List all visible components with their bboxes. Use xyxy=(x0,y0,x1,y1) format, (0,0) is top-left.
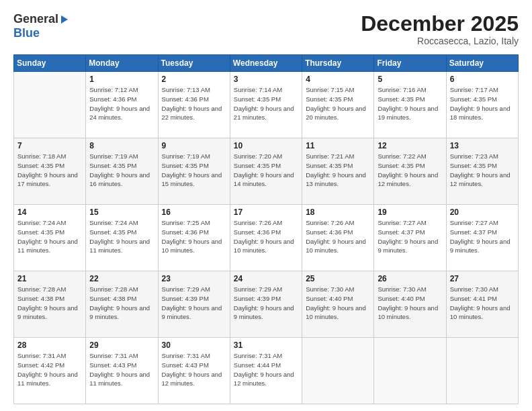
day-info: Sunrise: 7:20 AMSunset: 4:35 PMDaylight:… xyxy=(234,152,298,189)
day-info: Sunrise: 7:26 AMSunset: 4:36 PMDaylight:… xyxy=(306,218,370,255)
day-number: 25 xyxy=(306,274,370,283)
day-info: Sunrise: 7:31 AMSunset: 4:42 PMDaylight:… xyxy=(17,351,82,388)
day-number: 16 xyxy=(162,208,226,217)
day-number: 28 xyxy=(17,340,82,350)
week-row-4: 21Sunrise: 7:28 AMSunset: 4:38 PMDayligh… xyxy=(14,271,519,338)
day-number: 30 xyxy=(162,340,226,350)
page: General Blue December 2025 Roccasecca, L… xyxy=(0,0,532,411)
day-info: Sunrise: 7:28 AMSunset: 4:38 PMDaylight:… xyxy=(17,285,82,322)
day-number: 11 xyxy=(306,141,370,150)
day-info: Sunrise: 7:24 AMSunset: 4:35 PMDaylight:… xyxy=(17,218,82,255)
day-info: Sunrise: 7:19 AMSunset: 4:35 PMDaylight:… xyxy=(162,152,226,189)
day-number: 2 xyxy=(162,75,226,84)
week-row-1: 1Sunrise: 7:12 AMSunset: 4:36 PMDaylight… xyxy=(14,72,519,138)
logo-blue-text: Blue xyxy=(13,26,40,40)
day-info: Sunrise: 7:27 AMSunset: 4:37 PMDaylight:… xyxy=(450,218,515,255)
calendar-cell: 31Sunrise: 7:31 AMSunset: 4:44 PMDayligh… xyxy=(230,338,302,404)
day-number: 26 xyxy=(378,274,442,283)
day-info: Sunrise: 7:22 AMSunset: 4:35 PMDaylight:… xyxy=(378,152,442,189)
header-row: Sunday Monday Tuesday Wednesday Thursday… xyxy=(14,55,519,72)
calendar-cell: 15Sunrise: 7:24 AMSunset: 4:35 PMDayligh… xyxy=(86,205,158,271)
day-number: 3 xyxy=(234,75,298,84)
calendar-cell xyxy=(374,338,446,404)
calendar-table: Sunday Monday Tuesday Wednesday Thursday… xyxy=(13,54,519,404)
calendar-cell: 11Sunrise: 7:21 AMSunset: 4:35 PMDayligh… xyxy=(302,138,374,205)
day-number: 17 xyxy=(234,208,298,217)
day-number: 19 xyxy=(378,208,442,217)
logo-triangle-icon xyxy=(61,15,68,24)
calendar-cell: 23Sunrise: 7:29 AMSunset: 4:39 PMDayligh… xyxy=(158,271,230,338)
day-info: Sunrise: 7:26 AMSunset: 4:36 PMDaylight:… xyxy=(234,218,298,255)
calendar-cell: 7Sunrise: 7:18 AMSunset: 4:35 PMDaylight… xyxy=(14,138,86,205)
col-monday: Monday xyxy=(86,55,158,72)
calendar-cell xyxy=(446,338,518,404)
calendar-cell: 28Sunrise: 7:31 AMSunset: 4:42 PMDayligh… xyxy=(14,338,86,404)
title-block: December 2025 Roccasecca, Lazio, Italy xyxy=(361,12,519,46)
calendar-cell: 14Sunrise: 7:24 AMSunset: 4:35 PMDayligh… xyxy=(14,205,86,271)
calendar-cell xyxy=(14,72,86,138)
day-info: Sunrise: 7:31 AMSunset: 4:43 PMDaylight:… xyxy=(162,351,226,388)
calendar-cell: 13Sunrise: 7:23 AMSunset: 4:35 PMDayligh… xyxy=(446,138,518,205)
calendar-cell: 20Sunrise: 7:27 AMSunset: 4:37 PMDayligh… xyxy=(446,205,518,271)
col-friday: Friday xyxy=(374,55,446,72)
day-info: Sunrise: 7:30 AMSunset: 4:41 PMDaylight:… xyxy=(450,285,515,322)
calendar-cell: 25Sunrise: 7:30 AMSunset: 4:40 PMDayligh… xyxy=(302,271,374,338)
calendar-cell: 24Sunrise: 7:29 AMSunset: 4:39 PMDayligh… xyxy=(230,271,302,338)
day-info: Sunrise: 7:29 AMSunset: 4:39 PMDaylight:… xyxy=(162,285,226,322)
location-subtitle: Roccasecca, Lazio, Italy xyxy=(361,36,519,46)
day-info: Sunrise: 7:19 AMSunset: 4:35 PMDaylight:… xyxy=(89,152,154,189)
calendar-cell: 4Sunrise: 7:15 AMSunset: 4:35 PMDaylight… xyxy=(302,72,374,138)
day-info: Sunrise: 7:24 AMSunset: 4:35 PMDaylight:… xyxy=(89,218,154,255)
logo: General Blue xyxy=(13,12,68,40)
day-number: 22 xyxy=(89,274,154,283)
day-info: Sunrise: 7:18 AMSunset: 4:35 PMDaylight:… xyxy=(17,152,82,189)
calendar-cell: 8Sunrise: 7:19 AMSunset: 4:35 PMDaylight… xyxy=(86,138,158,205)
day-number: 8 xyxy=(89,141,154,150)
day-number: 5 xyxy=(378,75,442,84)
week-row-3: 14Sunrise: 7:24 AMSunset: 4:35 PMDayligh… xyxy=(14,205,519,271)
calendar-cell: 10Sunrise: 7:20 AMSunset: 4:35 PMDayligh… xyxy=(230,138,302,205)
day-info: Sunrise: 7:31 AMSunset: 4:44 PMDaylight:… xyxy=(234,351,298,388)
header: General Blue December 2025 Roccasecca, L… xyxy=(13,12,519,46)
calendar-cell: 26Sunrise: 7:30 AMSunset: 4:40 PMDayligh… xyxy=(374,271,446,338)
day-info: Sunrise: 7:12 AMSunset: 4:36 PMDaylight:… xyxy=(89,85,154,122)
day-info: Sunrise: 7:30 AMSunset: 4:40 PMDaylight:… xyxy=(378,285,442,322)
day-number: 21 xyxy=(17,274,82,283)
day-number: 10 xyxy=(234,141,298,150)
col-sunday: Sunday xyxy=(14,55,86,72)
day-number: 31 xyxy=(234,340,298,350)
calendar-cell: 30Sunrise: 7:31 AMSunset: 4:43 PMDayligh… xyxy=(158,338,230,404)
day-number: 15 xyxy=(89,208,154,217)
calendar-cell: 27Sunrise: 7:30 AMSunset: 4:41 PMDayligh… xyxy=(446,271,518,338)
week-row-2: 7Sunrise: 7:18 AMSunset: 4:35 PMDaylight… xyxy=(14,138,519,205)
logo-general-text: General xyxy=(13,12,58,26)
calendar-cell: 18Sunrise: 7:26 AMSunset: 4:36 PMDayligh… xyxy=(302,205,374,271)
day-info: Sunrise: 7:28 AMSunset: 4:38 PMDaylight:… xyxy=(89,285,154,322)
day-number: 23 xyxy=(162,274,226,283)
col-saturday: Saturday xyxy=(446,55,518,72)
day-number: 7 xyxy=(17,141,82,150)
day-info: Sunrise: 7:29 AMSunset: 4:39 PMDaylight:… xyxy=(234,285,298,322)
day-number: 24 xyxy=(234,274,298,283)
day-number: 4 xyxy=(306,75,370,84)
day-number: 14 xyxy=(17,208,82,217)
day-info: Sunrise: 7:30 AMSunset: 4:40 PMDaylight:… xyxy=(306,285,370,322)
day-info: Sunrise: 7:16 AMSunset: 4:35 PMDaylight:… xyxy=(378,85,442,122)
day-number: 12 xyxy=(378,141,442,150)
calendar-cell: 17Sunrise: 7:26 AMSunset: 4:36 PMDayligh… xyxy=(230,205,302,271)
day-info: Sunrise: 7:25 AMSunset: 4:36 PMDaylight:… xyxy=(162,218,226,255)
calendar-cell: 22Sunrise: 7:28 AMSunset: 4:38 PMDayligh… xyxy=(86,271,158,338)
calendar-cell: 5Sunrise: 7:16 AMSunset: 4:35 PMDaylight… xyxy=(374,72,446,138)
week-row-5: 28Sunrise: 7:31 AMSunset: 4:42 PMDayligh… xyxy=(14,338,519,404)
day-info: Sunrise: 7:17 AMSunset: 4:35 PMDaylight:… xyxy=(450,85,515,122)
day-info: Sunrise: 7:23 AMSunset: 4:35 PMDaylight:… xyxy=(450,152,515,189)
col-wednesday: Wednesday xyxy=(230,55,302,72)
calendar-cell: 12Sunrise: 7:22 AMSunset: 4:35 PMDayligh… xyxy=(374,138,446,205)
day-number: 13 xyxy=(450,141,515,150)
calendar-cell xyxy=(302,338,374,404)
calendar-cell: 6Sunrise: 7:17 AMSunset: 4:35 PMDaylight… xyxy=(446,72,518,138)
day-number: 1 xyxy=(89,75,154,84)
month-title: December 2025 xyxy=(361,12,519,36)
calendar-cell: 3Sunrise: 7:14 AMSunset: 4:35 PMDaylight… xyxy=(230,72,302,138)
day-info: Sunrise: 7:21 AMSunset: 4:35 PMDaylight:… xyxy=(306,152,370,189)
